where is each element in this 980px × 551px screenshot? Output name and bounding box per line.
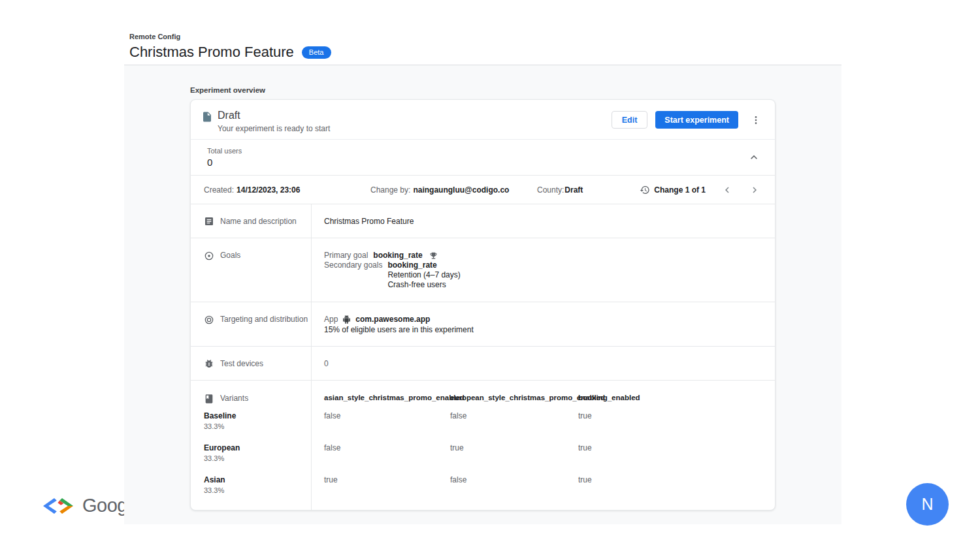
description-icon (204, 216, 214, 227)
edit-button[interactable]: Edit (612, 111, 648, 129)
variant-values-baseline: false false true (324, 411, 775, 443)
google-chevrons-icon (42, 496, 74, 516)
variants-row: Variants Baseline 33.3% European 33.3% A… (191, 380, 775, 510)
name-description-row: Name and description Christmas Promo Fea… (191, 204, 775, 238)
county-value: Draft (564, 185, 583, 195)
total-users-row: Total users 0 (191, 139, 775, 175)
breadcrumb[interactable]: Remote Config (129, 33, 180, 40)
variant-value: false (450, 411, 578, 420)
goals-row: Goals Primary goal booking_rate Secon (191, 238, 775, 302)
section-label: Experiment overview (190, 86, 776, 94)
user-avatar[interactable]: N (906, 483, 949, 526)
variants-icon (204, 394, 214, 404)
secondary-goals-label: Secondary goals (324, 260, 382, 270)
primary-goal-label: Primary goal (324, 251, 368, 260)
status-subtitle: Your experiment is ready to start (218, 124, 330, 133)
start-experiment-button[interactable]: Start experiment (655, 111, 738, 129)
param-column-1: asian_style_christmas_promo_enabled (324, 394, 450, 401)
variant-name-asian: Asian 33.3% (204, 475, 311, 507)
eligible-users-note: 15% of eligible users are in this experi… (324, 325, 775, 335)
total-users-value: 0 (207, 157, 242, 168)
android-icon (342, 315, 351, 324)
variant-value: true (324, 475, 450, 484)
collapse-section-button[interactable] (745, 148, 763, 166)
county-label: County: (537, 185, 564, 195)
primary-goal-value: booking_rate (373, 251, 422, 260)
variants-table-header: asian_style_christmas_promo_enabled euro… (324, 394, 775, 411)
variant-name-european: European 33.3% (204, 443, 311, 475)
more-options-button[interactable] (747, 112, 764, 129)
param-column-2: european_style_christmas_promo_enabled (450, 394, 578, 401)
created-label: Created: (204, 185, 234, 195)
history-icon (640, 185, 650, 195)
created-meta: Created: 14/12/2023, 23:06 (204, 185, 370, 195)
county-meta: County: Draft (537, 185, 583, 195)
variant-values-asian: true false true (324, 475, 775, 507)
google-developers-logo: Goog (42, 495, 127, 516)
name-description-label: Name and description (220, 217, 297, 226)
variant-value: false (450, 475, 578, 484)
variant-value: false (324, 411, 450, 420)
test-devices-label: Test devices (220, 359, 263, 368)
test-devices-value: 0 (324, 359, 329, 368)
change-meta-row: Created: 14/12/2023, 23:06 Change by: na… (191, 175, 775, 204)
chevron-up-icon (747, 151, 760, 164)
status-title: Draft (218, 110, 330, 121)
variant-percent: 33.3% (204, 486, 311, 495)
change-by-value: naingaungluu@codigo.co (413, 185, 509, 195)
experiment-overview-card: Draft Your experiment is ready to start … (190, 99, 776, 511)
chevron-right-icon (749, 184, 760, 196)
created-value: 14/12/2023, 23:06 (237, 185, 300, 195)
page: Goog Remote Config Christmas Promo Featu… (0, 0, 980, 551)
experiment-name-value: Christmas Promo Feature (324, 217, 414, 226)
param-column-3: booking_enabled (578, 394, 775, 401)
test-devices-row: Test devices 0 (191, 346, 775, 380)
variant-value: true (450, 443, 578, 452)
variant-value: true (578, 443, 775, 452)
targeting-icon (204, 315, 214, 325)
variant-value: false (324, 443, 450, 452)
avatar-initial: N (921, 495, 933, 514)
targeting-label: Targeting and distribution (220, 315, 308, 324)
secondary-goal-2: Retention (4–7 days) (387, 270, 460, 280)
variant-value: true (578, 475, 775, 484)
content-panel: Remote Config Christmas Promo Feature Be… (124, 26, 841, 524)
draft-file-icon (201, 111, 213, 123)
bug-icon (204, 358, 214, 369)
change-by-label: Change by: (370, 185, 410, 195)
app-label: App (324, 315, 338, 324)
targeting-row: Targeting and distribution App com.pawes… (191, 302, 775, 346)
total-users-label: Total users (207, 147, 242, 155)
card-header: Draft Your experiment is ready to start … (191, 100, 775, 139)
goals-label: Goals (220, 251, 240, 260)
app-id-value: com.pawesome.app (355, 315, 430, 324)
page-body: Experiment overview Draft Your experimen… (124, 65, 841, 524)
next-change-button[interactable] (747, 183, 762, 197)
secondary-goal-1: booking_rate (387, 260, 460, 270)
change-by-meta: Change by: naingaungluu@codigo.co (370, 185, 537, 195)
variant-percent: 33.3% (204, 454, 311, 463)
previous-change-button[interactable] (720, 183, 734, 197)
change-navigation: Change 1 of 1 (640, 183, 762, 197)
change-nav-label: Change 1 of 1 (654, 185, 706, 195)
kebab-icon (751, 115, 761, 125)
secondary-goal-3: Crash-free users (387, 280, 460, 290)
variant-values-european: false true true (324, 443, 775, 475)
chevron-left-icon (721, 184, 733, 196)
variants-label: Variants (220, 394, 248, 403)
beta-badge: Beta (302, 46, 331, 59)
google-logo-text: Goog (82, 495, 127, 516)
page-header: Remote Config Christmas Promo Feature Be… (124, 26, 841, 65)
page-title: Christmas Promo Feature (129, 44, 294, 61)
trophy-icon (429, 251, 438, 260)
variant-name-baseline: Baseline 33.3% (204, 411, 311, 443)
goal-icon (204, 251, 214, 261)
variant-value: true (578, 411, 775, 420)
variant-percent: 33.3% (204, 422, 311, 431)
